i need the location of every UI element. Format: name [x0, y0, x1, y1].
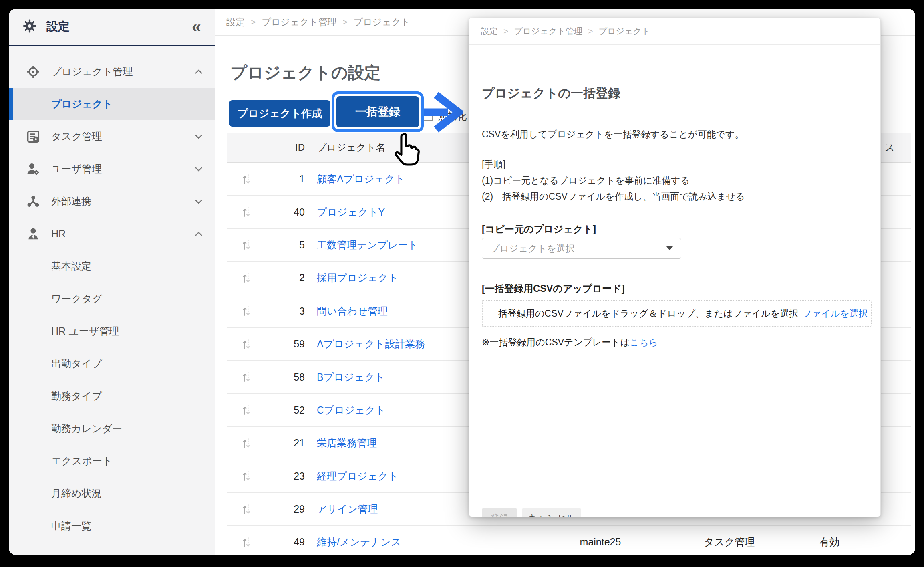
- sidebar-item-label: 出勤タイプ: [51, 357, 102, 370]
- project-name-link[interactable]: アサイン管理: [317, 502, 378, 516]
- project-name-link[interactable]: 栄店業務管理: [317, 436, 377, 450]
- project-feature: タスク管理: [689, 535, 769, 549]
- target-icon: [26, 65, 40, 79]
- select-placeholder: プロジェクトを選択: [490, 242, 575, 255]
- modal-breadcrumb-project: プロジェクト: [598, 26, 650, 37]
- sidebar-nav: プロジェクト管理 プロジェクト タスク管理: [9, 46, 215, 542]
- sidebar-collapse-icon[interactable]: «: [192, 18, 201, 35]
- copy-source-label: [コピー元のプロジェクト]: [482, 223, 596, 236]
- modal-description: CSVを利用してプロジェクトを一括登録することが可能です。: [482, 128, 744, 141]
- breadcrumb-separator: >: [588, 26, 593, 36]
- project-id: 59: [265, 338, 305, 350]
- sidebar-item-work-type[interactable]: 勤務タイプ: [9, 380, 215, 412]
- sidebar-item-user-management[interactable]: ユーザ管理: [9, 153, 215, 185]
- project-name-link[interactable]: Aプロジェクト設計業務: [317, 337, 425, 351]
- sidebar-item-label: 外部連携: [51, 195, 91, 208]
- csv-template-note: ※一括登録用のCSVテンプレートはこちら: [482, 336, 658, 349]
- bulk-register-button[interactable]: 一括登録: [336, 96, 419, 127]
- project-name-link[interactable]: 経理プロジェクト: [317, 470, 399, 483]
- modal-breadcrumb-project-management[interactable]: プロジェクト管理: [514, 26, 582, 37]
- sidebar-header: 設定 «: [9, 9, 215, 46]
- bulk-register-modal: 設定 > プロジェクト管理 > プロジェクト プロジェクトの一括登録 CSVを利…: [469, 18, 881, 517]
- project-status: 有効: [789, 535, 870, 549]
- sidebar-item-project-management[interactable]: プロジェクト管理: [9, 55, 215, 88]
- app-window: 設定 « プロジェクト管理 プロジェクト: [9, 9, 915, 555]
- sidebar-item-basic-settings[interactable]: 基本設定: [9, 250, 215, 282]
- sidebar-item-label: タスク管理: [51, 130, 102, 143]
- sidebar-item-attendance-type[interactable]: 出勤タイプ: [9, 347, 215, 380]
- screenshot-frame: 設定 « プロジェクト管理 プロジェクト: [0, 0, 924, 567]
- drag-handle-icon[interactable]: [241, 503, 252, 515]
- drag-handle-icon[interactable]: [241, 239, 252, 251]
- sidebar-title: 設定: [46, 19, 70, 35]
- modal-breadcrumb: 設定 > プロジェクト管理 > プロジェクト: [469, 18, 880, 45]
- project-id: 3: [265, 305, 305, 317]
- sidebar-item-work-calendar[interactable]: 勤務カレンダー: [9, 412, 215, 445]
- template-here-link[interactable]: こちら: [630, 337, 658, 347]
- table-header-id: ID: [265, 142, 305, 153]
- file-select-link[interactable]: ファイルを選択: [802, 307, 868, 320]
- modal-body: プロジェクトの一括登録 CSVを利用してプロジェクトを一括登録することが可能です…: [469, 45, 880, 517]
- sidebar-item-external-integration[interactable]: 外部連携: [9, 185, 215, 218]
- page-title: プロジェクトの設定: [230, 62, 381, 84]
- drag-handle-icon[interactable]: [241, 536, 252, 548]
- drag-handle-icon[interactable]: [241, 305, 252, 317]
- project-id: 29: [265, 503, 305, 515]
- drag-handle-icon[interactable]: [241, 206, 252, 218]
- project-code: mainte25: [560, 536, 640, 548]
- hand-cursor-icon: [392, 131, 420, 168]
- drag-handle-icon[interactable]: [241, 437, 252, 449]
- drag-handle-icon[interactable]: [241, 371, 252, 383]
- create-project-button[interactable]: プロジェクト作成: [229, 100, 330, 127]
- sidebar-item-label: ユーザ管理: [51, 162, 102, 176]
- submit-button[interactable]: 登録: [482, 508, 517, 517]
- chevron-down-icon: [195, 167, 203, 172]
- project-id: 58: [265, 371, 305, 383]
- sidebar-item-hr-user-management[interactable]: HR ユーザ管理: [9, 315, 215, 347]
- sidebar-item-task-management[interactable]: タスク管理: [9, 120, 215, 153]
- drag-handle-icon[interactable]: [241, 470, 252, 482]
- step-2: (2)一括登録用のCSVファイルを作成し、当画面で読み込ませる: [482, 188, 745, 204]
- project-name-link[interactable]: 顧客Aプロジェクト: [317, 172, 405, 186]
- project-select-dropdown[interactable]: プロジェクトを選択: [482, 238, 681, 259]
- project-name-link[interactable]: 維持/メンテナンス: [317, 535, 401, 549]
- table-header-name: プロジェクト名: [317, 141, 385, 154]
- project-name-link[interactable]: 採用プロジェクト: [317, 271, 399, 285]
- drag-handle-icon[interactable]: [241, 404, 252, 416]
- csv-dropzone[interactable]: 一括登録用のCSVファイルをドラッグ＆ドロップ、またはファイルを選択 ファイルを…: [482, 300, 872, 327]
- breadcrumb-project-management[interactable]: プロジェクト管理: [262, 16, 336, 28]
- drag-handle-icon[interactable]: [241, 338, 252, 350]
- caret-down-icon: [666, 246, 673, 250]
- project-id: 21: [265, 437, 305, 449]
- drag-handle-icon[interactable]: [241, 272, 252, 284]
- note-text: ※一括登録用のCSVテンプレートは: [482, 337, 630, 347]
- drag-handle-icon[interactable]: [241, 173, 252, 185]
- user-gear-icon: [26, 162, 40, 176]
- sidebar-item-hr[interactable]: HR: [9, 218, 215, 250]
- sidebar-item-label: 月締め状況: [51, 487, 102, 500]
- sidebar-item-label: HR: [51, 228, 66, 240]
- sidebar-item-label: ワークタグ: [51, 292, 102, 305]
- table-row: 49 維持/メンテナンス mainte25 タスク管理 有効: [227, 526, 911, 555]
- project-name-link[interactable]: Bプロジェクト: [317, 371, 385, 384]
- sidebar-item-monthly-closing[interactable]: 月締め状況: [9, 477, 215, 510]
- hub-icon: [26, 195, 40, 208]
- project-name-link[interactable]: Cプロジェクト: [317, 404, 386, 417]
- project-name-link[interactable]: 工数管理テンプレート: [317, 238, 418, 252]
- chevron-down-icon: [195, 199, 203, 204]
- breadcrumb-settings[interactable]: 設定: [226, 16, 245, 28]
- sidebar-item-project[interactable]: プロジェクト: [9, 88, 215, 120]
- breadcrumb-project: プロジェクト: [354, 16, 410, 28]
- project-name-link[interactable]: 問い合わせ管理: [317, 305, 388, 318]
- project-id: 2: [265, 272, 305, 284]
- modal-breadcrumb-settings[interactable]: 設定: [481, 26, 498, 37]
- sidebar-item-export[interactable]: エクスポート: [9, 445, 215, 477]
- sidebar-item-application-list[interactable]: 申請一覧: [9, 510, 215, 542]
- steps-heading: [手順]: [482, 156, 745, 172]
- sidebar-item-work-tags[interactable]: ワークタグ: [9, 282, 215, 315]
- project-id: 1: [265, 173, 305, 185]
- cancel-button[interactable]: キャンセル: [522, 508, 581, 517]
- project-name-link[interactable]: プロジェクトY: [317, 206, 385, 219]
- chevron-down-icon: [195, 134, 203, 139]
- chevron-up-icon: [195, 232, 203, 236]
